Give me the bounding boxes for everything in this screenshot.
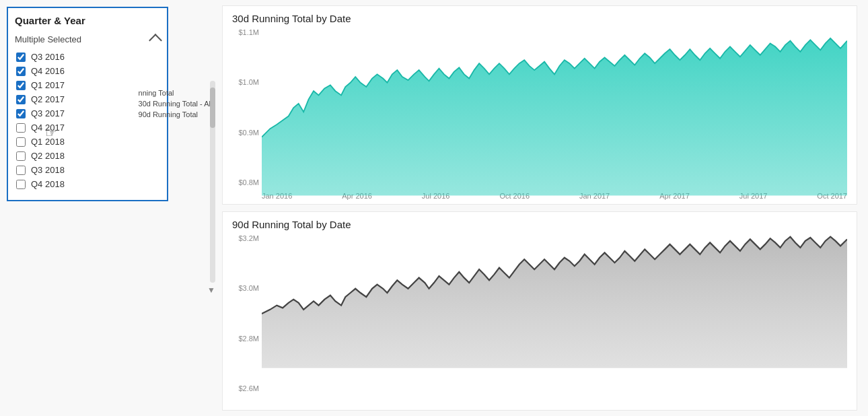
checkbox-q4-2018[interactable] xyxy=(16,180,26,189)
chart1-title: 30d Running Total by Date xyxy=(232,13,847,24)
chart1-y-label: $1.1M xyxy=(238,28,259,36)
chart2-title: 90d Running Total by Date xyxy=(232,219,847,230)
chart2-y-label: $3.0M xyxy=(238,284,259,292)
chart2-y-label: $2.8M xyxy=(238,335,259,343)
chart1-y-label: $0.9M xyxy=(238,129,259,137)
chart2-y-axis: $3.2M$3.0M$2.8M$2.6M xyxy=(232,234,262,392)
chart2-svg xyxy=(262,234,847,368)
svg-marker-1 xyxy=(262,237,847,368)
checkbox-q3-2018[interactable] xyxy=(16,166,26,175)
checkbox-q4-2016[interactable] xyxy=(16,67,26,76)
filter-item-label-q4-2017: Q4 2017 xyxy=(31,123,65,133)
chart1-y-label: $0.8M xyxy=(238,178,259,186)
tab-running-total[interactable]: nning Total xyxy=(136,88,215,98)
chart2-area: $3.2M$3.0M$2.8M$2.6M xyxy=(232,234,847,406)
checkbox-q3-2017[interactable] xyxy=(16,109,26,118)
filter-item-label-q1-2017: Q1 2017 xyxy=(31,80,65,90)
filter-item-label-q4-2018: Q4 2018 xyxy=(31,179,65,189)
filter-item-label-q3-2018: Q3 2018 xyxy=(31,165,65,175)
filter-item-q4-2016[interactable]: Q4 2016 xyxy=(15,65,148,77)
filter-item-q1-2018[interactable]: Q1 2018 xyxy=(15,135,148,148)
chart1-y-label: $1.0M xyxy=(238,78,259,86)
filter-item-q2-2018[interactable]: Q2 2018 xyxy=(15,149,148,162)
filter-item-q4-2018[interactable]: Q4 2018 xyxy=(15,178,148,190)
checkbox-q3-2016[interactable] xyxy=(16,53,26,62)
chart2-container: 90d Running Total by Date $3.2M$3.0M$2.8… xyxy=(222,211,857,411)
filter-item-label-q4-2016: Q4 2016 xyxy=(31,66,65,76)
vertical-scrollbar[interactable]: ▼ xyxy=(210,81,215,283)
svg-marker-0 xyxy=(262,38,847,196)
filter-item-label-q3-2017: Q3 2017 xyxy=(31,108,65,118)
tab-90d-running-total[interactable]: 90d Running Total xyxy=(136,109,215,120)
middle-scroll-area: nning Total30d Running Total - Alt90d Ru… xyxy=(175,0,215,416)
checkbox-q4-2017[interactable] xyxy=(16,123,26,133)
tab-30d-running-total-alt[interactable]: 30d Running Total - Alt xyxy=(136,98,215,109)
filter-item-label-q2-2018: Q2 2018 xyxy=(31,151,65,161)
chart1-svg xyxy=(262,28,847,196)
filter-item-q4-2017[interactable]: Q4 2017 xyxy=(15,121,148,134)
filter-item-q2-2017[interactable]: Q2 2017 xyxy=(15,93,148,106)
chart1-y-axis: $1.1M$1.0M$0.9M$0.8M xyxy=(232,28,262,186)
filter-item-label-q1-2018: Q1 2018 xyxy=(31,137,65,147)
chart1-area: $1.1M$1.0M$0.9M$0.8M Jan 2016Apr 2016Jul… xyxy=(232,28,847,200)
scroll-thumb[interactable] xyxy=(210,88,215,128)
checkbox-q1-2017[interactable] xyxy=(16,81,26,90)
charts-area: 30d Running Total by Date $1.1M$1.0M$0.9… xyxy=(215,0,868,416)
filter-selected-label: Multiple Selected xyxy=(15,34,81,44)
filter-item-q1-2017[interactable]: Q1 2017 xyxy=(15,79,148,92)
chart2-y-label: $3.2M xyxy=(238,234,259,242)
scroll-down-arrow[interactable]: ▼ xyxy=(207,285,215,295)
chart1-container: 30d Running Total by Date $1.1M$1.0M$0.9… xyxy=(222,5,857,205)
chart2-y-label: $2.6M xyxy=(238,384,259,392)
chart2-x-axis xyxy=(262,405,847,406)
checkbox-q1-2018[interactable] xyxy=(16,137,26,147)
filter-item-q3-2017[interactable]: Q3 2017 xyxy=(15,107,148,120)
filter-item-label-q2-2017: Q2 2017 xyxy=(31,94,65,104)
tabs-strip: nning Total30d Running Total - Alt90d Ru… xyxy=(136,0,215,120)
checkbox-q2-2017[interactable] xyxy=(16,95,26,104)
filter-item-q3-2018[interactable]: Q3 2018 xyxy=(15,164,148,176)
checkbox-q2-2018[interactable] xyxy=(16,151,26,161)
filter-item-q3-2016[interactable]: Q3 2016 xyxy=(15,50,148,63)
filter-item-label-q3-2016: Q3 2016 xyxy=(31,52,65,62)
